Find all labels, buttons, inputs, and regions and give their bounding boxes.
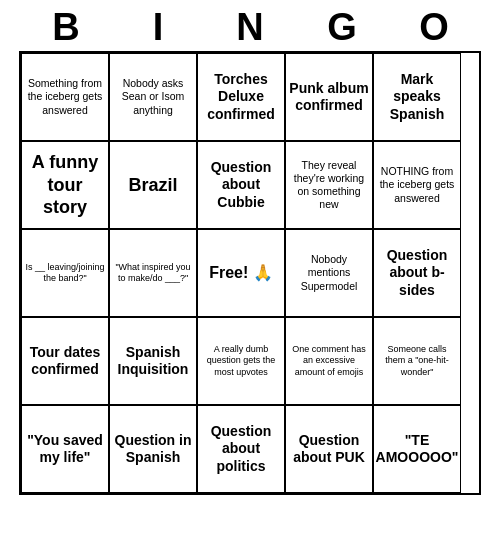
- bingo-title: BINGO: [20, 0, 480, 51]
- bingo-cell-9: NOTHING from the iceberg gets answered: [373, 141, 461, 229]
- bingo-cell-22: Question about politics: [197, 405, 285, 493]
- bingo-cell-12: Free! 🙏: [197, 229, 285, 317]
- bingo-cell-1: Nobody asks Sean or Isom anything: [109, 53, 197, 141]
- bingo-letter-g: G: [300, 6, 384, 49]
- bingo-letter-b: B: [24, 6, 108, 49]
- bingo-cell-10: Is __ leaving/joining the band?": [21, 229, 109, 317]
- bingo-grid: Something from the iceberg gets answered…: [19, 51, 481, 495]
- bingo-letter-i: I: [116, 6, 200, 49]
- bingo-cell-20: "You saved my life": [21, 405, 109, 493]
- bingo-cell-8: They reveal they're working on something…: [285, 141, 373, 229]
- bingo-cell-18: One comment has an excessive amount of e…: [285, 317, 373, 405]
- bingo-cell-21: Question in Spanish: [109, 405, 197, 493]
- bingo-cell-3: Punk album confirmed: [285, 53, 373, 141]
- bingo-cell-16: Spanish Inquisition: [109, 317, 197, 405]
- bingo-letter-o: O: [392, 6, 476, 49]
- bingo-cell-23: Question about PUK: [285, 405, 373, 493]
- bingo-cell-11: "What inspired you to make/do ___?": [109, 229, 197, 317]
- bingo-cell-6: Brazil: [109, 141, 197, 229]
- bingo-cell-15: Tour dates confirmed: [21, 317, 109, 405]
- bingo-cell-14: Question about b-sides: [373, 229, 461, 317]
- bingo-cell-2: Torches Deluxe confirmed: [197, 53, 285, 141]
- bingo-cell-19: Someone calls them a "one-hit-wonder": [373, 317, 461, 405]
- bingo-cell-7: Question about Cubbie: [197, 141, 285, 229]
- bingo-cell-24: "TE AMOOOOO": [373, 405, 461, 493]
- bingo-letter-n: N: [208, 6, 292, 49]
- bingo-cell-5: A funny tour story: [21, 141, 109, 229]
- bingo-cell-0: Something from the iceberg gets answered: [21, 53, 109, 141]
- bingo-cell-17: A really dumb question gets the most upv…: [197, 317, 285, 405]
- bingo-cell-13: Nobody mentions Supermodel: [285, 229, 373, 317]
- bingo-cell-4: Mark speaks Spanish: [373, 53, 461, 141]
